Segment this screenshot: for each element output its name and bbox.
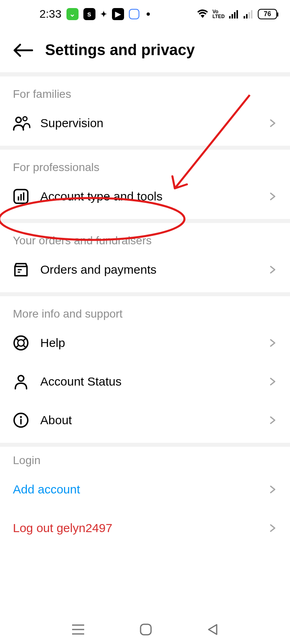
svg-point-9 xyxy=(23,117,27,121)
signal-1-icon xyxy=(229,10,239,19)
svg-line-21 xyxy=(16,345,19,348)
back-arrow-icon[interactable] xyxy=(13,42,33,58)
menu-account-type-and-tools[interactable]: Account type and tools xyxy=(0,177,290,216)
menu-orders-payments[interactable]: Orders and payments xyxy=(0,250,290,289)
chevron-right-icon xyxy=(267,377,277,386)
chevron-right-icon xyxy=(267,415,277,425)
menu-label: Add account xyxy=(13,483,267,496)
svg-rect-12 xyxy=(21,194,22,200)
section-families: For families Supervision xyxy=(0,76,290,142)
chevron-right-icon xyxy=(267,523,277,533)
supervision-icon xyxy=(13,116,35,131)
svg-rect-11 xyxy=(18,196,19,200)
svg-rect-7 xyxy=(251,10,253,19)
menu-supervision[interactable]: Supervision xyxy=(0,104,290,142)
orders-icon xyxy=(13,262,35,278)
divider xyxy=(0,219,290,223)
chevron-right-icon xyxy=(267,485,277,494)
menu-add-account[interactable]: Add account xyxy=(0,470,290,509)
menu-label: Help xyxy=(35,336,267,350)
status-time: 2:33 xyxy=(39,8,62,21)
section-professionals: For professionals Account type and tools xyxy=(0,150,290,216)
section-header-login: Login xyxy=(0,454,290,470)
svg-point-23 xyxy=(18,376,24,381)
nav-recents-icon[interactable] xyxy=(71,623,85,636)
divider xyxy=(0,146,290,150)
svg-line-20 xyxy=(23,338,26,341)
system-nav-bar xyxy=(0,615,290,644)
status-right: VoLTED 76 xyxy=(197,9,277,19)
menu-label: About xyxy=(35,413,267,427)
menu-label: Log out gelyn2497 xyxy=(13,521,267,535)
svg-point-8 xyxy=(16,118,21,123)
chevron-right-icon xyxy=(267,118,277,128)
section-header-families: For families xyxy=(0,88,290,104)
battery-level: 76 xyxy=(264,10,271,18)
menu-label: Supervision xyxy=(35,116,267,130)
chevron-right-icon xyxy=(267,338,277,348)
about-icon xyxy=(13,412,35,428)
svg-rect-3 xyxy=(236,10,238,19)
svg-rect-4 xyxy=(244,16,245,19)
page-title: Settings and privacy xyxy=(45,41,195,59)
svg-rect-5 xyxy=(246,14,248,19)
menu-about[interactable]: About xyxy=(0,401,290,440)
nav-back-icon[interactable] xyxy=(207,623,219,636)
divider xyxy=(0,292,290,296)
chevron-right-icon xyxy=(267,192,277,201)
volte-icon: VoLTED xyxy=(213,9,225,19)
svg-point-18 xyxy=(18,340,24,346)
app-header: Settings and privacy xyxy=(0,28,290,72)
nav-home-icon[interactable] xyxy=(139,623,152,636)
section-header-orders: Your orders and fundraisers xyxy=(0,234,290,250)
menu-logout[interactable]: Log out gelyn2497 xyxy=(0,509,290,547)
section-login: Login Add account Log out gelyn2497 xyxy=(0,447,290,547)
account-type-icon xyxy=(13,188,35,204)
status-left: 2:33 ⌄ s ✦ ▶ xyxy=(39,8,150,21)
section-header-support: More info and support xyxy=(0,308,290,324)
divider xyxy=(0,443,290,447)
app-icon-4 xyxy=(129,9,139,19)
youtube-icon: ▶ xyxy=(112,8,124,20)
section-orders: Your orders and fundraisers Orders and p… xyxy=(0,223,290,289)
app-icon-3: ✦ xyxy=(100,9,107,19)
svg-rect-13 xyxy=(23,192,25,200)
status-bar: 2:33 ⌄ s ✦ ▶ VoLTED 76 xyxy=(0,0,290,28)
svg-rect-1 xyxy=(232,14,233,19)
svg-rect-2 xyxy=(234,12,236,19)
menu-label: Account type and tools xyxy=(35,190,267,203)
account-status-icon xyxy=(13,374,35,390)
svg-rect-0 xyxy=(229,16,231,19)
menu-label: Account Status xyxy=(35,375,267,388)
status-dot xyxy=(147,12,150,16)
section-header-professionals: For professionals xyxy=(0,161,290,177)
battery-icon: 76 xyxy=(258,9,277,19)
svg-rect-6 xyxy=(249,12,250,19)
app-icon-2: s xyxy=(83,8,95,20)
svg-rect-32 xyxy=(141,624,151,635)
divider xyxy=(0,72,290,76)
help-icon xyxy=(13,335,35,351)
chevron-right-icon xyxy=(267,265,277,275)
menu-account-status[interactable]: Account Status xyxy=(0,362,290,401)
menu-label: Orders and payments xyxy=(35,263,267,277)
menu-help[interactable]: Help xyxy=(0,324,290,362)
svg-line-22 xyxy=(23,345,26,348)
section-support: More info and support Help Account Statu… xyxy=(0,296,290,440)
svg-line-19 xyxy=(16,338,19,341)
wifi-icon xyxy=(197,9,209,19)
app-icon-1: ⌄ xyxy=(66,8,79,20)
signal-2-icon xyxy=(243,10,254,19)
svg-point-25 xyxy=(20,416,22,418)
